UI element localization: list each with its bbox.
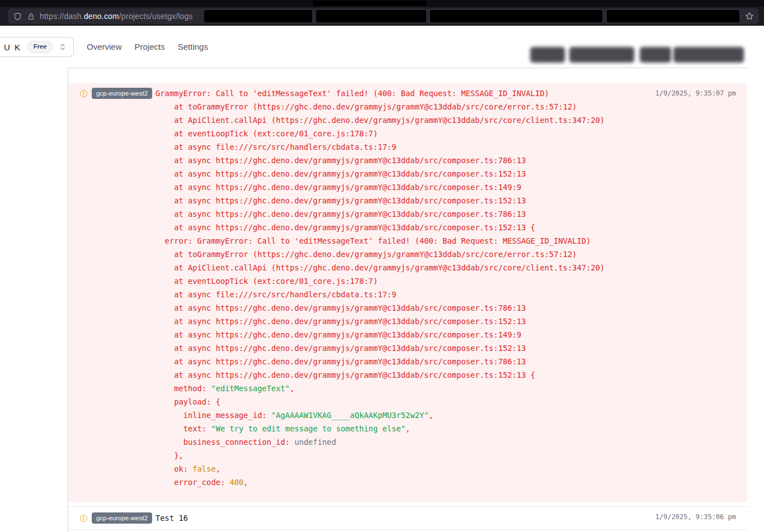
log-line: at ApiClient.callApi (https://ghc.deno.d… (155, 113, 605, 127)
bookmark-star-icon[interactable] (745, 12, 754, 23)
log-level-icon: ! (80, 515, 87, 522)
log-line: at async https://ghc.deno.dev/grammyjs/g… (155, 221, 605, 234)
redacted-url-segment (430, 10, 602, 22)
region-badge: gcp-europe-west2 (92, 512, 152, 523)
log-line: inline_message_id: "AgAAAAW1VKAG____aQkA… (155, 408, 605, 422)
log-line: at toGrammyError (https://ghc.deno.dev/g… (155, 248, 605, 261)
log-line: at async https://ghc.deno.dev/grammyjs/g… (155, 180, 605, 194)
shield-icon[interactable] (13, 12, 22, 21)
log-line: }, (155, 449, 605, 462)
log-line: business_connection_id: undefined (155, 435, 605, 449)
redacted-url-segment (204, 10, 312, 22)
log-line: at async https://ghc.deno.dev/grammyjs/g… (155, 315, 605, 328)
log-line: at async https://ghc.deno.dev/grammyjs/g… (155, 328, 605, 341)
url-domain: deno.com (84, 12, 119, 21)
log-line: at async https://ghc.deno.dev/grammyjs/g… (155, 167, 605, 180)
account-switcher[interactable]: U K Free (0, 37, 74, 57)
nav-projects[interactable]: Projects (135, 42, 165, 51)
nav-overview[interactable]: Overview (87, 42, 122, 51)
log-line: at async https://ghc.deno.dev/grammyjs/g… (155, 194, 605, 207)
log-line: at async https://ghc.deno.dev/grammyjs/g… (155, 207, 605, 221)
log-line: method: "editMessageText", (155, 382, 605, 395)
log-line: ok: false, (155, 462, 605, 476)
log-line: at toGrammyError (https://ghc.deno.dev/g… (155, 100, 605, 113)
log-line: at async file:///src/src/handlers/cbdata… (155, 140, 605, 154)
log-line: at async https://ghc.deno.dev/grammyjs/g… (155, 301, 605, 315)
log-line: text: "We try to edit message to somethi… (155, 422, 605, 435)
nav-settings[interactable]: Settings (178, 42, 208, 51)
log-line: at async https://ghc.deno.dev/grammyjs/g… (155, 341, 605, 355)
redacted-header-item (673, 47, 744, 63)
app-header: U K Free OverviewProjectsSettings (0, 26, 764, 68)
log-list-spacer (68, 68, 747, 83)
log-line: at async file:///src/src/handlers/cbdata… (155, 288, 605, 301)
log-line: at eventLoopTick (ext:core/01_core.js:17… (155, 274, 605, 288)
log-line: at async https://ghc.deno.dev/grammyjs/g… (155, 154, 605, 167)
log-line: payload: { (155, 395, 605, 408)
log-list: !gcp-europe-west2GrammyError: Call to 'e… (68, 83, 747, 530)
log-line: error: GrammyError: Call to 'editMessage… (155, 234, 605, 248)
log-timestamp: 1/9/2025, 9:35:06 pm (655, 513, 737, 521)
log-line: at async https://ghc.deno.dev/grammyjs/g… (155, 355, 605, 368)
chevron-updown-icon (59, 43, 67, 51)
log-line: at async https://ghc.deno.dev/grammyjs/g… (155, 368, 605, 382)
browser-tab-strip (0, 0, 764, 7)
log-line: at eventLoopTick (ext:core/01_core.js:17… (155, 127, 605, 140)
url-path: /projects/usetgx/logs (119, 12, 193, 21)
url-scheme: https://dash. (40, 12, 84, 21)
lock-icon[interactable] (27, 13, 35, 20)
redacted-header-item (569, 47, 634, 63)
log-line: at ApiClient.callApi (https://ghc.deno.d… (155, 261, 605, 274)
redacted-tab-title (313, 1, 426, 6)
error-level-icon: ! (80, 90, 87, 97)
browser-toolbar: https://dash.deno.com/projects/usetgx/lo… (0, 7, 764, 26)
log-message: GrammyError: Call to 'editMessageText' f… (155, 87, 605, 489)
log-line: GrammyError: Call to 'editMessageText' f… (155, 87, 605, 100)
address-bar[interactable]: https://dash.deno.com/projects/usetgx/lo… (8, 8, 758, 24)
log-message: Test 16 (155, 511, 188, 525)
url-text: https://dash.deno.com/projects/usetgx/lo… (40, 12, 193, 21)
plan-badge: Free (27, 41, 53, 53)
log-timestamp: 1/9/2025, 9:35:07 pm (655, 89, 737, 97)
redacted-url-segment (607, 10, 739, 22)
log-line: error_code: 400, (155, 476, 605, 489)
log-entry-gutter: !gcp-europe-west2 (80, 511, 152, 525)
log-entry: !gcp-europe-west2Test 161/9/2025, 9:35:0… (68, 506, 747, 530)
main-nav: OverviewProjectsSettings (87, 26, 208, 68)
redacted-header-item (640, 47, 671, 63)
browser-chrome: https://dash.deno.com/projects/usetgx/lo… (0, 0, 764, 26)
redacted-url-segment (316, 10, 426, 22)
logs-panel: !gcp-europe-west2GrammyError: Call to 'e… (68, 68, 747, 532)
region-badge: gcp-europe-west2 (92, 88, 152, 98)
log-line: Test 16 (155, 511, 188, 525)
log-entry-gutter: !gcp-europe-west2 (80, 87, 152, 100)
redacted-header-item (530, 47, 565, 63)
log-entry: !gcp-europe-west2GrammyError: Call to 'e… (68, 83, 747, 502)
account-name: U K (4, 42, 21, 52)
